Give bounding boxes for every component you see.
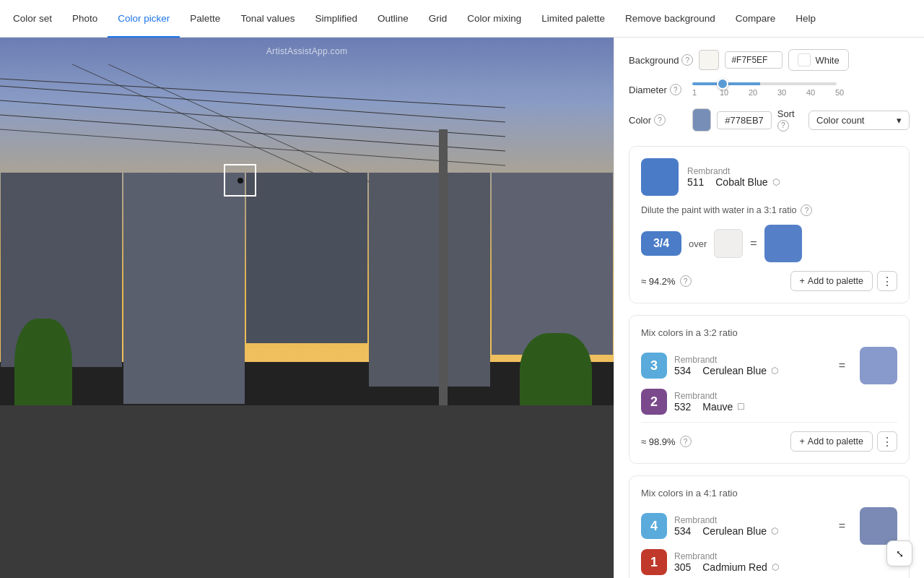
external-link-icon-3a[interactable]: ⬡ [771,526,778,536]
sort-dropdown-value: Color count [816,115,864,126]
paint-info-1: Rembrandt 511 Cobalt Blue ⬡ [687,166,897,188]
nav-item-simplified[interactable]: Simplified [305,0,367,38]
add-palette-button-2[interactable]: + Add to palette [790,431,873,452]
mix-paint-row-2b: 2 Rembrandt 532 Mauve ☐ [641,389,897,415]
paint-name-2b: 532 Mauve ☐ [674,401,897,413]
diameter-help-icon[interactable]: ? [670,84,681,95]
nav-item-tonal-values[interactable]: Tonal values [230,0,305,38]
svg-line-3 [0,79,505,108]
mix-section-title-3: Mix colors in a 4:1 ratio [641,488,897,499]
right-panel: Background ? #F7F5EF White Diameter ? 1 … [614,38,924,578]
selection-box[interactable] [224,164,256,197]
mix-paints-2: 3 Rembrandt 534 Cerulean Blue ⬡ = 2 [641,347,897,419]
more-button-1[interactable]: ⋮ [877,271,897,291]
mix-paint-info-2b: Rembrandt 532 Mauve ☐ [674,391,897,413]
mix-num-badge-2b: 2 [641,389,667,415]
mix-paint-info-3b: Rembrandt 305 Cadmium Red ⬡ [674,551,897,573]
mix-result-swatch-3 [860,507,897,545]
mix-result-swatch-1 [764,225,802,262]
external-link-icon-2a[interactable]: ⬡ [771,366,778,376]
white-button[interactable]: White [788,49,848,71]
expand-icon: ⤡ [896,548,904,559]
mix-paint-row-2a: 3 Rembrandt 534 Cerulean Blue ⬡ = [641,347,897,384]
selection-dot [237,178,243,184]
add-palette-label-2: Add to palette [808,436,863,447]
nav-item-color-mixing[interactable]: Color mixing [457,0,531,38]
paint-header-1: Rembrandt 511 Cobalt Blue ⬡ [641,158,897,196]
nav-item-color-picker[interactable]: Color picker [108,0,180,38]
accuracy-text-1: ≈ 94.2% ? [641,275,692,287]
svg-line-1 [0,100,505,137]
nav-item-palette[interactable]: Palette [180,0,230,38]
image-canvas[interactable]: ArtistAssistApp.com [0,38,614,578]
diameter-row: Diameter ? 1 10 20 30 40 50 [629,82,910,97]
paint-brand-3a: Rembrandt [674,515,832,525]
sort-label: Sort ? [777,108,803,131]
mix-over-label-1: over [689,238,707,249]
nav-item-help[interactable]: Help [785,0,826,38]
color-label: Color ? [629,114,687,126]
mix-paint-row-3a: 4 Rembrandt 534 Cerulean Blue ⬡ = [641,507,897,545]
external-link-icon-1[interactable]: ⬡ [772,177,780,187]
nav-item-outline[interactable]: Outline [367,0,419,38]
accuracy-help-icon-2[interactable]: ? [680,436,692,447]
diameter-label: Diameter ? [629,84,687,95]
nav-item-color-set[interactable]: Color set [3,0,62,38]
mix-num-badge-3a: 4 [641,513,667,539]
accuracy-text-2: ≈ 98.9% ? [641,436,692,447]
mix-over-swatch-1 [714,229,743,258]
mix-paint-row-3b: 1 Rembrandt 305 Cadmium Red ⬡ [641,549,897,575]
more-button-2[interactable]: ⋮ [877,431,897,452]
chevron-down-icon: ▾ [897,115,902,126]
paint-card-1: Rembrandt 511 Cobalt Blue ⬡ Dilute the p… [629,146,910,303]
paint-brand-2b: Rembrandt [674,391,897,401]
color-main-swatch[interactable] [692,108,711,131]
color-row: Color ? #778EB7 Sort ? Color count ▾ [629,108,910,131]
dilute-instruction-1: Dilute the paint with water in a 3:1 rat… [641,204,897,216]
paint-name-1: 511 Cobalt Blue ⬡ [687,176,897,188]
diameter-slider-container: 1 10 20 30 40 50 [692,82,854,97]
slider-ticks: 1 10 20 30 40 50 [692,88,854,97]
svg-line-0 [0,86,505,122]
mix-eq-1: = [750,237,757,250]
nav-item-grid[interactable]: Grid [419,0,458,38]
nav-item-limited-palette[interactable]: Limited palette [531,0,615,38]
action-row-2: + Add to palette ⋮ [790,431,897,452]
sort-help-icon[interactable]: ? [777,120,789,131]
svg-line-4 [0,129,505,165]
background-row: Background ? #F7F5EF White [629,49,910,71]
add-palette-label-1: Add to palette [808,276,863,286]
dilute-help-icon[interactable]: ? [801,204,812,216]
mix-eq-3: = [839,519,845,532]
color-hex-display: #778EB7 [717,111,772,129]
paint-name-3b: 305 Cadmium Red ⬡ [674,561,897,573]
background-hex-value: #F7F5EF [725,51,783,69]
external-link-icon-2b[interactable]: ☐ [737,402,745,412]
nav-item-compare[interactable]: Compare [725,0,786,38]
mix-paints-3: 4 Rembrandt 534 Cerulean Blue ⬡ = 1 [641,507,897,578]
accuracy-row-1: ≈ 94.2% ? + Add to palette ⋮ [641,271,897,291]
paint-brand-2a: Rembrandt [674,355,832,365]
expand-button[interactable]: ⤡ [886,540,912,566]
color-help-icon[interactable]: ? [654,114,666,126]
action-row-1: + Add to palette ⋮ [790,271,897,291]
paint-swatch-1 [641,158,679,196]
paint-card-3: Mix colors in a 4:1 ratio 4 Rembrandt 53… [629,475,910,578]
mix-display-1: 3/4 over = [641,225,897,262]
mix-ratio-badge-1: 3/4 [641,231,681,256]
plus-icon-2: + [800,436,805,447]
external-link-icon-3b[interactable]: ⬡ [772,562,779,572]
diameter-slider[interactable] [692,82,837,85]
sort-dropdown[interactable]: Color count ▾ [808,111,910,130]
nav-item-remove-background[interactable]: Remove background [615,0,725,38]
mix-paint-info-2a: Rembrandt 534 Cerulean Blue ⬡ [674,355,832,376]
main-layout: ArtistAssistApp.com Background ? #F7F5EF… [0,38,924,578]
add-palette-button-1[interactable]: + Add to palette [790,271,873,291]
mix-paint-info-3a: Rembrandt 534 Cerulean Blue ⬡ [674,515,832,537]
white-swatch [798,53,811,66]
nav-item-photo[interactable]: Photo [62,0,108,38]
mix-num-badge-3b: 1 [641,549,667,575]
accuracy-help-icon-1[interactable]: ? [680,275,692,287]
background-help-icon[interactable]: ? [681,54,693,66]
background-color-swatch[interactable] [699,50,719,70]
